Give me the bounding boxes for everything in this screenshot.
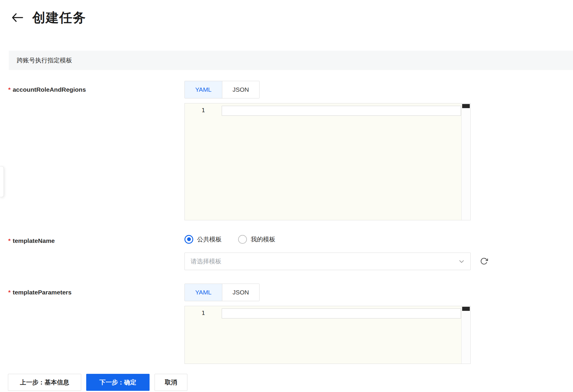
field-control-templateName: 公共模板 我的模板 [184,235,489,270]
radio-label-mine: 我的模板 [251,235,275,243]
create-task-page: 创建任务 跨账号执行指定模板 *accountRoleAndRegions YA… [0,0,573,392]
editor-scrollbar-track[interactable] [461,306,470,364]
field-label-templateName: templateName [13,237,55,244]
tab-yaml[interactable]: YAML [185,284,222,301]
page-title: 创建任务 [32,10,86,25]
radio-unselected-icon [238,235,247,244]
tab-json[interactable]: JSON [222,81,259,98]
cancel-button[interactable]: 取消 [155,374,187,391]
page-header: 创建任务 [0,0,573,25]
field-label-templateParameters: templateParameters [13,289,72,296]
editor-line-number: 1 [201,309,205,316]
radio-public-template[interactable]: 公共模板 [184,235,222,244]
back-button[interactable] [11,13,23,23]
required-asterisk: * [8,86,11,93]
banner-text: 跨账号执行指定模板 [17,56,72,64]
tab-yaml[interactable]: YAML [185,81,222,98]
format-tab-group-account: YAML JSON [184,81,260,98]
form-row-template-parameters: *templateParameters YAML JSON 1 [0,284,573,364]
radio-selected-icon [184,235,193,244]
editor-scrollbar-thumb[interactable] [462,104,470,108]
code-editor-parameters[interactable]: 1 [184,306,471,364]
field-label-accountRoleAndRegions: accountRoleAndRegions [13,86,86,93]
radio-label-public: 公共模板 [197,235,222,243]
chevron-down-icon [458,258,465,265]
field-control-templateParameters: YAML JSON 1 [184,284,471,364]
refresh-icon [480,257,488,265]
form-row-template-name: *templateName 公共模板 我的模板 [0,235,573,270]
radio-my-template[interactable]: 我的模板 [238,235,275,244]
editor-active-line[interactable] [222,106,461,116]
editor-gutter: 1 [185,103,222,220]
next-step-button[interactable]: 下一步：确定 [86,374,150,391]
field-label-wrap: *accountRoleAndRegions [0,81,184,220]
prev-step-button[interactable]: 上一步：基本信息 [8,374,81,391]
template-select[interactable] [184,253,471,270]
template-select-input[interactable] [185,258,458,265]
refresh-button[interactable] [479,256,489,266]
editor-scrollbar-track[interactable] [461,103,470,220]
drawer-handle[interactable] [0,166,4,197]
field-label-wrap: *templateParameters [0,284,184,364]
field-label-wrap: *templateName [0,235,184,270]
required-asterisk: * [8,289,11,296]
field-control-accountRoleAndRegions: YAML JSON 1 [184,81,471,220]
template-select-row [184,253,489,270]
format-tab-group-parameters: YAML JSON [184,284,260,301]
editor-line-number: 1 [201,107,205,114]
footer-actions: 上一步：基本信息 下一步：确定 取消 [8,374,187,391]
code-editor-account[interactable]: 1 [184,103,471,220]
arrow-left-icon [11,13,23,23]
tab-json[interactable]: JSON [222,284,259,301]
template-source-radio-group: 公共模板 我的模板 [184,235,489,244]
task-template-banner: 跨账号执行指定模板 [9,51,573,70]
editor-gutter: 1 [185,306,222,364]
editor-scrollbar-thumb[interactable] [462,307,470,311]
form-row-account-role-and-regions: *accountRoleAndRegions YAML JSON 1 [0,81,573,220]
editor-active-line[interactable] [222,309,461,318]
required-asterisk: * [8,237,11,244]
